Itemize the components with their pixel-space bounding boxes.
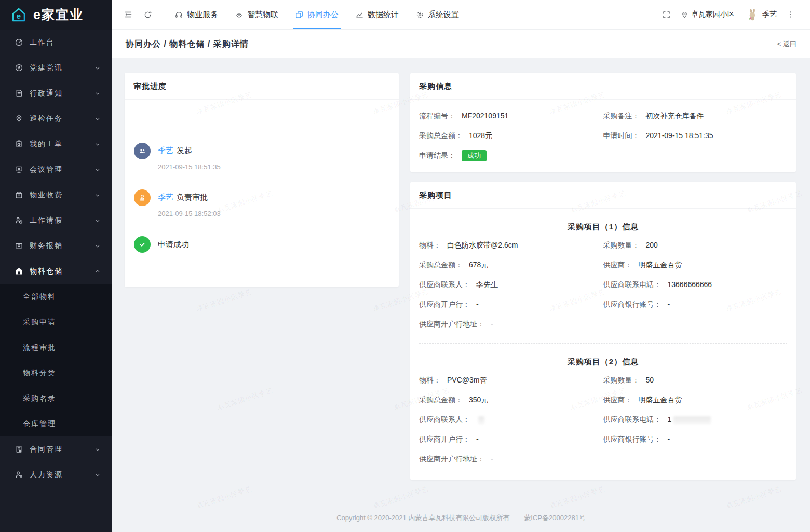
approval-progress-card: 审批进度 季艺发起 2021-09-15 18:51:35 季艺负责审批 202… — [125, 73, 399, 287]
field-supplier-bank: 供应商开户行：- — [419, 299, 603, 310]
submenu-item-label: 采购名录 — [23, 394, 56, 403]
location-pin-icon — [681, 11, 688, 19]
field-material: 物料：PVC@3m管 — [419, 375, 603, 386]
sidebar-item-admin-notice[interactable]: 行政通知 — [0, 80, 112, 106]
step-label: 申请成功 — [158, 236, 189, 253]
users-icon — [134, 143, 151, 159]
back-link[interactable]: < 返回 — [777, 39, 797, 49]
field-total-amount: 采购总金额：1028元 — [419, 130, 603, 141]
status-badge: 成功 — [462, 150, 487, 161]
fullscreen-icon[interactable] — [662, 10, 671, 19]
field-supplier-contact: 供应商联系人：李先生 — [419, 279, 603, 290]
warehouse-icon — [15, 267, 23, 276]
kebab-menu-icon[interactable] — [786, 10, 795, 19]
section-heading: 采购项目（2）信息 — [410, 357, 796, 367]
timeline-step-initiated: 季艺发起 2021-09-15 18:51:35 — [134, 143, 221, 171]
overlap-windows-icon — [295, 10, 304, 19]
icp-number: 蒙ICP备20002281号 — [524, 514, 586, 522]
step-action: 负责审批 — [177, 193, 208, 201]
check-icon — [134, 236, 151, 253]
sidebar-item-property-fees[interactable]: 物业收费 — [0, 182, 112, 208]
tab-smart-iot[interactable]: 智慧物联 — [226, 0, 287, 29]
field-empty — [603, 150, 788, 161]
community-selector[interactable]: 卓瓦家园小区 — [681, 10, 735, 19]
app-root: e e家宜业 工作台 党建党讯 行政通知 巡检任务 — [0, 0, 810, 532]
refresh-icon[interactable] — [143, 10, 153, 19]
sidebar-item-inspection-tasks[interactable]: 巡检任务 — [0, 106, 112, 131]
field-supplier-contact: 供应商联系人： — [419, 414, 603, 425]
sidebar-item-my-workorders[interactable]: 我的工单 — [0, 131, 112, 157]
field-supplier-phone: 供应商联系电话：13666666666 — [603, 279, 788, 290]
line-chart-icon — [355, 10, 364, 19]
watermark-text: 卓瓦家园小区季艺 — [195, 287, 253, 314]
field-amount: 采购总金额：678元 — [419, 260, 603, 270]
tab-label: 物业服务 — [187, 10, 218, 20]
field-process-no: 流程编号：MF202109151 — [419, 111, 603, 121]
sidebar-subitem-process-approval[interactable]: 流程审批 — [0, 335, 112, 360]
top-tabs: 物业服务 智慧物联 协同办公 数据统计 系统设置 — [166, 0, 467, 29]
sidebar-subitem-purchase-request[interactable]: 采购申请 — [0, 309, 112, 335]
sidebar-item-label: 巡检任务 — [30, 114, 95, 124]
user-link[interactable]: 季艺 — [158, 146, 173, 155]
step-time: 2021-09-15 18:51:35 — [158, 163, 221, 171]
stamp-icon — [134, 189, 151, 206]
step-action: 发起 — [177, 146, 192, 155]
page-footer: Copyright © 2020-2021 内蒙古卓瓦科技有限公司版权所有蒙IC… — [112, 513, 810, 523]
field-amount: 采购总金额：350元 — [419, 394, 603, 405]
field-supplier-bank-address: 供应商开户行地址：- — [419, 454, 603, 465]
tab-collab-office[interactable]: 协同办公 — [287, 0, 347, 29]
tab-data-stats[interactable]: 数据统计 — [347, 0, 407, 29]
field-quantity: 采购数量：200 — [603, 240, 788, 251]
user-link[interactable]: 季艺 — [158, 193, 173, 201]
sidebar-item-contract-mgmt[interactable]: 合同管理 — [0, 436, 112, 462]
sidebar-item-workbench[interactable]: 工作台 — [0, 30, 112, 55]
chevron-down-icon — [95, 446, 101, 453]
collapse-menu-icon[interactable] — [124, 10, 133, 19]
card-title: 审批进度 — [125, 73, 399, 100]
sidebar-item-label: 物料仓储 — [30, 267, 95, 276]
sidebar-subitem-all-materials[interactable]: 全部物料 — [0, 284, 112, 309]
tab-system-settings[interactable]: 系统设置 — [407, 0, 467, 29]
main-content: 审批进度 季艺发起 2021-09-15 18:51:35 季艺负责审批 202… — [112, 58, 810, 532]
sidebar-item-finance-reimburse[interactable]: 财务报销 — [0, 233, 112, 258]
sidebar-item-human-resources[interactable]: 人力资源 — [0, 462, 112, 487]
purchase-items-card: 采购项目 采购项目（1）信息 物料：白色防水胶带@2.6cm 采购数量：200 … — [410, 182, 796, 480]
sidebar-item-work-leave[interactable]: 工作请假 — [0, 208, 112, 233]
chevron-up-icon — [95, 268, 101, 275]
community-name: 卓瓦家园小区 — [691, 10, 735, 19]
sidebar-item-label: 财务报销 — [30, 241, 95, 251]
sidebar-item-label: 行政通知 — [30, 89, 95, 98]
sidebar-item-label: 物业收费 — [30, 190, 95, 200]
gear-icon — [415, 10, 424, 19]
sidebar-item-meeting-mgmt[interactable]: 会议管理 — [0, 157, 112, 182]
person-card-icon — [15, 470, 23, 479]
tab-property-service[interactable]: 物业服务 — [166, 0, 226, 29]
chevron-down-icon — [95, 472, 101, 478]
field-supplier-bank-address: 供应商开户行地址：- — [419, 319, 603, 330]
sidebar-subitem-purchase-catalog[interactable]: 采购名录 — [0, 386, 112, 411]
submenu-item-label: 物料分类 — [23, 369, 56, 378]
sidebar-item-label: 工作台 — [30, 38, 101, 47]
submenu-item-label: 采购申请 — [23, 318, 56, 327]
approval-timeline: 季艺发起 2021-09-15 18:51:35 季艺负责审批 2021-09-… — [125, 100, 399, 287]
copyright-text: Copyright © 2020-2021 内蒙古卓瓦科技有限公司版权所有 — [336, 514, 509, 522]
breadcrumb: 协同办公 / 物料仓储 / 采购详情 — [126, 39, 249, 50]
submenu-item-label: 仓库管理 — [23, 419, 56, 429]
chevron-down-icon — [95, 116, 101, 122]
watermark-text: 卓瓦家园小区季艺 — [548, 484, 606, 511]
user-menu[interactable]: 季艺 — [746, 8, 777, 21]
card-title: 采购信息 — [410, 73, 796, 100]
sidebar-item-party-news[interactable]: 党建党讯 — [0, 55, 112, 80]
brand-name: e家宜业 — [33, 6, 84, 23]
field-supplier: 供应商：明盛五金百货 — [603, 394, 788, 405]
person-clock-icon — [15, 216, 23, 225]
sidebar-subitem-warehouse-mgmt[interactable]: 仓库管理 — [0, 411, 112, 436]
field-supplier-phone: 供应商联系电话：1 — [603, 414, 788, 425]
field-supplier: 供应商：明盛五金百货 — [603, 260, 788, 270]
sidebar-item-label: 党建党讯 — [30, 63, 95, 73]
sidebar-subitem-material-category[interactable]: 物料分类 — [0, 360, 112, 386]
sidebar-item-material-warehouse[interactable]: 物料仓储 — [0, 258, 112, 284]
page-header: 协同办公 / 物料仓储 / 采购详情 < 返回 — [112, 30, 810, 58]
submenu-item-label: 全部物料 — [23, 292, 56, 302]
redacted-text — [478, 416, 484, 424]
